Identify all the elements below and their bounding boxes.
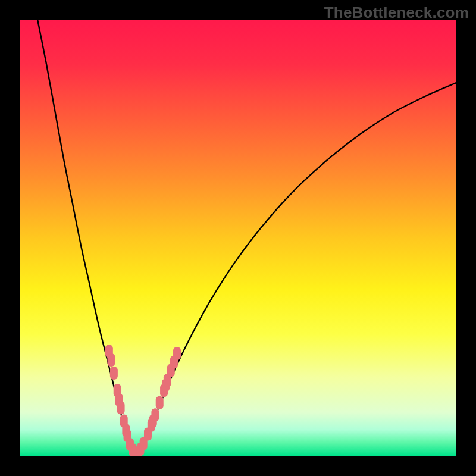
watermark-text: TheBottleneck.com [324,4,469,22]
chart-frame: TheBottleneck.com [0,0,476,476]
plot-area [20,20,456,456]
marker-point [156,396,164,409]
marker-point [110,367,118,380]
marker-point [117,401,125,414]
chart-svg [20,20,456,456]
marker-point [107,353,115,367]
gradient-background [20,20,456,456]
marker-point [173,347,181,360]
marker-point [151,408,159,421]
